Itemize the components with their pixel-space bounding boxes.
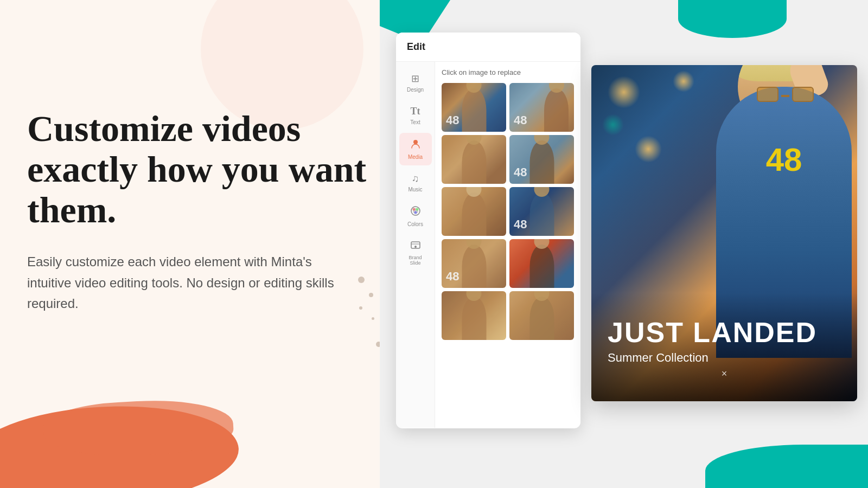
person-head: [534, 239, 550, 249]
sidebar-label-media: Media: [408, 154, 423, 160]
sub-text: Easily customize each video element with…: [27, 252, 342, 314]
design-icon: ⊞: [411, 73, 419, 85]
image-badge: 48: [514, 165, 527, 179]
person-shape: [462, 297, 486, 340]
left-panel: Customize videos exactly how you want th…: [0, 0, 396, 488]
bokeh-light: [608, 76, 640, 108]
editor-body: ⊞ Design Tt Text Media: [396, 62, 580, 428]
person-head: [467, 291, 482, 301]
text-icon: Tt: [411, 106, 420, 117]
teal-decoration-top-right: [678, 0, 787, 38]
image-badge: 48: [446, 113, 459, 127]
person-shape: [529, 192, 554, 236]
svg-point-8: [414, 246, 417, 248]
image-cell-3[interactable]: [442, 135, 506, 184]
teal-decoration-bottom-right: [705, 445, 868, 488]
media-icon: [410, 138, 421, 152]
click-hint: Click on image to replace: [442, 68, 574, 76]
sidebar-label-design: Design: [407, 87, 424, 93]
sidebar-label-brand-slide: BrandSlide: [409, 255, 422, 266]
sidebar-label-colors: Colors: [407, 221, 423, 227]
person-shape: [462, 192, 486, 236]
image-cell-5[interactable]: [442, 187, 506, 236]
svg-point-5: [414, 211, 417, 214]
bokeh-teal-light: [602, 114, 624, 136]
video-background: JUST LANDED Summer Collection ×: [591, 65, 857, 401]
image-cell-10[interactable]: [509, 291, 574, 340]
left-content: Customize videos exactly how you want th…: [27, 108, 374, 314]
person-head: [534, 291, 550, 301]
sunglasses: [757, 87, 814, 102]
video-preview: JUST LANDED Summer Collection ×: [591, 65, 857, 401]
right-panel: Edit ⊞ Design Tt Text: [380, 0, 868, 488]
person-head: [467, 135, 482, 145]
lens-bridge: [781, 95, 789, 97]
image-cell-6[interactable]: 48: [509, 187, 574, 236]
image-cell-1[interactable]: 48: [442, 83, 506, 132]
svg-point-4: [416, 208, 418, 211]
editor-header: Edit: [396, 33, 580, 62]
lens-right: [792, 87, 814, 102]
image-badge: 48: [514, 217, 527, 232]
editor-title: Edit: [407, 41, 425, 52]
sidebar-item-colors[interactable]: Colors: [399, 200, 432, 233]
sidebar: ⊞ Design Tt Text Media: [396, 62, 435, 428]
lens-left: [757, 87, 778, 102]
image-grid: 48 48: [442, 83, 574, 340]
editor-window: Edit ⊞ Design Tt Text: [396, 33, 580, 428]
colors-icon: [410, 206, 421, 219]
main-heading: Customize videos exactly how you want th…: [27, 108, 374, 230]
video-subtitle: Summer Collection: [608, 351, 841, 365]
person-head: [534, 135, 550, 145]
sidebar-item-media[interactable]: Media: [399, 133, 432, 165]
video-close[interactable]: ×: [608, 368, 841, 380]
image-cell-9[interactable]: [442, 291, 506, 340]
person-shape: [529, 140, 554, 184]
image-cell-8[interactable]: [509, 239, 574, 288]
sidebar-item-text[interactable]: Tt Text: [399, 100, 432, 131]
person-shape: [529, 245, 554, 288]
person-head: [467, 83, 482, 93]
person-shape: [529, 297, 554, 340]
video-title: JUST LANDED: [608, 318, 841, 346]
sidebar-label-text: Text: [410, 119, 420, 125]
image-cell-7[interactable]: 48: [442, 239, 506, 288]
decorative-dot: [372, 317, 374, 320]
person-shape: [462, 140, 486, 184]
person-head: [534, 187, 550, 197]
person-head: [467, 187, 482, 197]
image-cell-2[interactable]: 48: [509, 83, 574, 132]
svg-point-0: [413, 140, 418, 144]
person-shape: [544, 88, 569, 132]
sidebar-item-brand-slide[interactable]: BrandSlide: [399, 235, 432, 271]
media-content: Click on image to replace 48 48: [435, 62, 580, 428]
sidebar-label-music: Music: [408, 187, 422, 192]
brand-slide-icon: [411, 240, 420, 253]
music-icon: ♫: [412, 173, 419, 184]
person-shape: [462, 245, 486, 288]
sidebar-item-music[interactable]: ♫ Music: [399, 168, 432, 198]
video-text-overlay: JUST LANDED Summer Collection ×: [591, 293, 857, 401]
svg-point-3: [412, 208, 415, 211]
person-head: [549, 83, 564, 93]
image-badge: 48: [446, 269, 459, 284]
person-head: [467, 239, 482, 249]
sidebar-item-design[interactable]: ⊞ Design: [399, 67, 432, 98]
person-shape: [462, 88, 486, 132]
image-badge: 48: [514, 113, 527, 127]
image-cell-4[interactable]: 48: [509, 135, 574, 184]
bokeh-light: [635, 136, 662, 163]
